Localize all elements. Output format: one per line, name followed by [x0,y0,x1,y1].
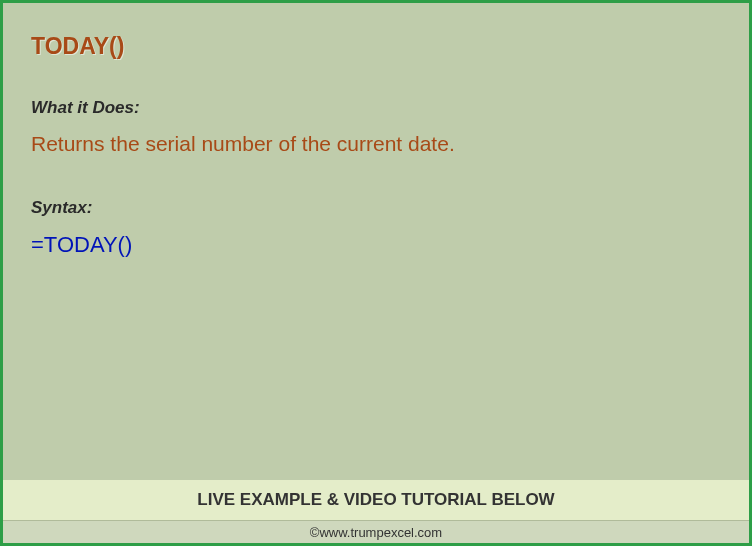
document-card: TODAY() What it Does: Returns the serial… [0,0,752,546]
syntax-code: =TODAY() [31,232,721,258]
content-area: TODAY() What it Does: Returns the serial… [3,3,749,480]
what-it-does-label: What it Does: [31,98,721,118]
function-title: TODAY() [31,33,721,60]
tutorial-banner: LIVE EXAMPLE & VIDEO TUTORIAL BELOW [3,480,749,520]
copyright-footer: ©www.trumpexcel.com [3,520,749,543]
syntax-label: Syntax: [31,198,721,218]
function-description: Returns the serial number of the current… [31,132,721,156]
